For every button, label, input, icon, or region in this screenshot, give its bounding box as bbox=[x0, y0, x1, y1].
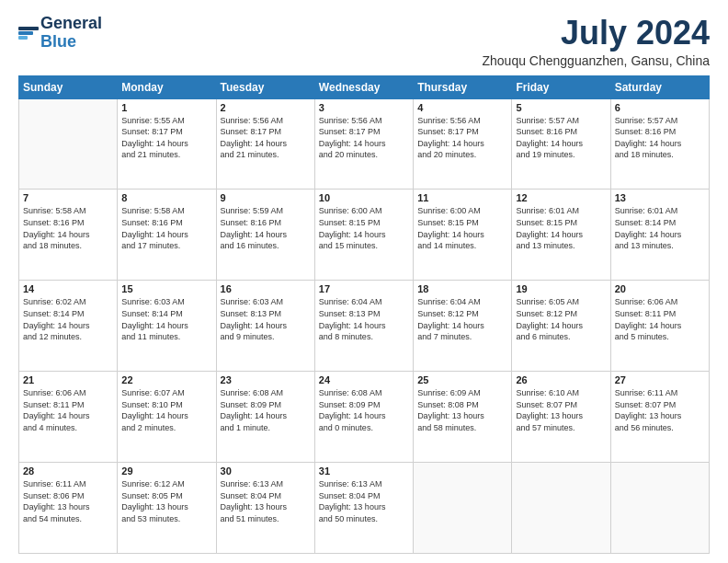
day-info: Sunrise: 6:06 AMSunset: 8:11 PMDaylight:… bbox=[615, 296, 705, 342]
calendar-cell: 2Sunrise: 5:56 AMSunset: 8:17 PMDaylight… bbox=[216, 98, 314, 190]
day-number: 5 bbox=[516, 102, 606, 113]
logo-text-general: General bbox=[40, 15, 102, 33]
day-number: 24 bbox=[319, 374, 409, 385]
day-info: Sunrise: 5:56 AMSunset: 8:17 PMDaylight:… bbox=[221, 115, 311, 161]
page: General Blue July 2024 Zhouqu Chengguanz… bbox=[0, 0, 728, 563]
calendar-cell: 21Sunrise: 6:06 AMSunset: 8:11 PMDayligh… bbox=[19, 372, 118, 463]
calendar-cell: 11Sunrise: 6:00 AMSunset: 8:15 PMDayligh… bbox=[414, 190, 512, 281]
calendar-cell: 29Sunrise: 6:12 AMSunset: 8:05 PMDayligh… bbox=[118, 463, 216, 554]
day-header-thursday: Thursday bbox=[414, 75, 512, 98]
day-number: 8 bbox=[121, 192, 211, 203]
day-number: 12 bbox=[516, 192, 606, 203]
calendar-cell: 3Sunrise: 5:56 AMSunset: 8:17 PMDaylight… bbox=[314, 98, 413, 190]
day-header-friday: Friday bbox=[512, 75, 610, 98]
day-info: Sunrise: 6:11 AMSunset: 8:07 PMDaylight:… bbox=[615, 387, 705, 433]
day-info: Sunrise: 6:07 AMSunset: 8:10 PMDaylight:… bbox=[121, 387, 211, 433]
day-info: Sunrise: 6:13 AMSunset: 8:04 PMDaylight:… bbox=[319, 478, 409, 524]
day-number: 29 bbox=[121, 465, 211, 477]
day-number: 19 bbox=[516, 283, 606, 294]
day-info: Sunrise: 6:03 AMSunset: 8:13 PMDaylight:… bbox=[221, 296, 311, 342]
day-info: Sunrise: 6:10 AMSunset: 8:07 PMDaylight:… bbox=[516, 387, 606, 433]
day-info: Sunrise: 6:03 AMSunset: 8:14 PMDaylight:… bbox=[121, 296, 211, 342]
day-number: 27 bbox=[615, 374, 705, 385]
calendar-cell: 28Sunrise: 6:11 AMSunset: 8:06 PMDayligh… bbox=[19, 463, 118, 554]
day-header-saturday: Saturday bbox=[610, 75, 709, 98]
day-number: 4 bbox=[417, 102, 507, 113]
day-info: Sunrise: 5:57 AMSunset: 8:16 PMDaylight:… bbox=[516, 115, 606, 161]
week-row-4: 21Sunrise: 6:06 AMSunset: 8:11 PMDayligh… bbox=[19, 372, 710, 463]
calendar-header-row: SundayMondayTuesdayWednesdayThursdayFrid… bbox=[19, 75, 710, 98]
calendar-cell: 18Sunrise: 6:04 AMSunset: 8:12 PMDayligh… bbox=[414, 281, 512, 372]
location: Zhouqu Chengguanzhen, Gansu, China bbox=[482, 53, 710, 68]
day-info: Sunrise: 6:08 AMSunset: 8:09 PMDaylight:… bbox=[319, 387, 409, 433]
logo-text-blue: Blue bbox=[40, 33, 102, 52]
calendar-cell: 31Sunrise: 6:13 AMSunset: 8:04 PMDayligh… bbox=[314, 463, 413, 554]
day-number: 3 bbox=[319, 102, 409, 113]
day-info: Sunrise: 5:55 AMSunset: 8:17 PMDaylight:… bbox=[121, 115, 211, 161]
day-number: 26 bbox=[516, 374, 606, 385]
logo: General Blue bbox=[18, 15, 102, 52]
day-info: Sunrise: 5:56 AMSunset: 8:17 PMDaylight:… bbox=[417, 115, 507, 161]
calendar-cell: 10Sunrise: 6:00 AMSunset: 8:15 PMDayligh… bbox=[314, 190, 413, 281]
title-block: July 2024 Zhouqu Chengguanzhen, Gansu, C… bbox=[482, 15, 710, 68]
week-row-3: 14Sunrise: 6:02 AMSunset: 8:14 PMDayligh… bbox=[19, 281, 710, 372]
calendar-cell bbox=[610, 463, 709, 554]
week-row-2: 7Sunrise: 5:58 AMSunset: 8:16 PMDaylight… bbox=[19, 190, 710, 281]
day-info: Sunrise: 6:04 AMSunset: 8:12 PMDaylight:… bbox=[417, 296, 507, 342]
day-info: Sunrise: 5:58 AMSunset: 8:16 PMDaylight:… bbox=[121, 205, 211, 251]
day-number: 9 bbox=[221, 192, 311, 203]
day-number: 2 bbox=[221, 102, 311, 113]
calendar-cell: 27Sunrise: 6:11 AMSunset: 8:07 PMDayligh… bbox=[610, 372, 709, 463]
calendar-cell: 30Sunrise: 6:13 AMSunset: 8:04 PMDayligh… bbox=[216, 463, 314, 554]
day-number: 13 bbox=[615, 192, 705, 203]
day-header-tuesday: Tuesday bbox=[216, 75, 314, 98]
calendar-cell bbox=[19, 98, 118, 190]
day-info: Sunrise: 5:56 AMSunset: 8:17 PMDaylight:… bbox=[319, 115, 409, 161]
day-number: 20 bbox=[615, 283, 705, 294]
day-info: Sunrise: 6:04 AMSunset: 8:13 PMDaylight:… bbox=[319, 296, 409, 342]
calendar-cell: 16Sunrise: 6:03 AMSunset: 8:13 PMDayligh… bbox=[216, 281, 314, 372]
day-number: 28 bbox=[23, 465, 113, 477]
day-number: 22 bbox=[121, 374, 211, 385]
day-number: 10 bbox=[319, 192, 409, 203]
calendar-cell: 23Sunrise: 6:08 AMSunset: 8:09 PMDayligh… bbox=[216, 372, 314, 463]
calendar-cell: 19Sunrise: 6:05 AMSunset: 8:12 PMDayligh… bbox=[512, 281, 610, 372]
calendar-cell: 25Sunrise: 6:09 AMSunset: 8:08 PMDayligh… bbox=[414, 372, 512, 463]
calendar-cell: 9Sunrise: 5:59 AMSunset: 8:16 PMDaylight… bbox=[216, 190, 314, 281]
logo-icon bbox=[18, 27, 39, 40]
day-header-sunday: Sunday bbox=[19, 75, 118, 98]
day-info: Sunrise: 6:13 AMSunset: 8:04 PMDaylight:… bbox=[221, 478, 311, 524]
calendar-cell: 22Sunrise: 6:07 AMSunset: 8:10 PMDayligh… bbox=[118, 372, 216, 463]
calendar-cell: 5Sunrise: 5:57 AMSunset: 8:16 PMDaylight… bbox=[512, 98, 610, 190]
calendar-cell: 20Sunrise: 6:06 AMSunset: 8:11 PMDayligh… bbox=[610, 281, 709, 372]
header: General Blue July 2024 Zhouqu Chengguanz… bbox=[18, 15, 710, 68]
day-info: Sunrise: 6:05 AMSunset: 8:12 PMDaylight:… bbox=[516, 296, 606, 342]
day-header-monday: Monday bbox=[118, 75, 216, 98]
calendar-cell: 1Sunrise: 5:55 AMSunset: 8:17 PMDaylight… bbox=[118, 98, 216, 190]
day-number: 15 bbox=[121, 283, 211, 294]
calendar-cell: 12Sunrise: 6:01 AMSunset: 8:15 PMDayligh… bbox=[512, 190, 610, 281]
calendar-cell: 26Sunrise: 6:10 AMSunset: 8:07 PMDayligh… bbox=[512, 372, 610, 463]
day-info: Sunrise: 6:01 AMSunset: 8:14 PMDaylight:… bbox=[615, 205, 705, 251]
day-info: Sunrise: 6:00 AMSunset: 8:15 PMDaylight:… bbox=[417, 205, 507, 251]
calendar-cell bbox=[414, 463, 512, 554]
calendar-cell: 13Sunrise: 6:01 AMSunset: 8:14 PMDayligh… bbox=[610, 190, 709, 281]
day-header-wednesday: Wednesday bbox=[314, 75, 413, 98]
day-number: 31 bbox=[319, 465, 409, 477]
day-number: 23 bbox=[221, 374, 311, 385]
day-info: Sunrise: 5:57 AMSunset: 8:16 PMDaylight:… bbox=[615, 115, 705, 161]
day-number: 14 bbox=[23, 283, 113, 294]
calendar-cell: 17Sunrise: 6:04 AMSunset: 8:13 PMDayligh… bbox=[314, 281, 413, 372]
day-number: 21 bbox=[23, 374, 113, 385]
day-info: Sunrise: 6:08 AMSunset: 8:09 PMDaylight:… bbox=[221, 387, 311, 433]
calendar-table: SundayMondayTuesdayWednesdayThursdayFrid… bbox=[18, 75, 710, 554]
day-info: Sunrise: 6:09 AMSunset: 8:08 PMDaylight:… bbox=[417, 387, 507, 433]
day-number: 1 bbox=[121, 102, 211, 113]
calendar-cell: 7Sunrise: 5:58 AMSunset: 8:16 PMDaylight… bbox=[19, 190, 118, 281]
week-row-1: 1Sunrise: 5:55 AMSunset: 8:17 PMDaylight… bbox=[19, 98, 710, 190]
day-number: 30 bbox=[221, 465, 311, 477]
calendar-cell: 24Sunrise: 6:08 AMSunset: 8:09 PMDayligh… bbox=[314, 372, 413, 463]
day-info: Sunrise: 6:01 AMSunset: 8:15 PMDaylight:… bbox=[516, 205, 606, 251]
calendar-cell: 8Sunrise: 5:58 AMSunset: 8:16 PMDaylight… bbox=[118, 190, 216, 281]
day-info: Sunrise: 5:58 AMSunset: 8:16 PMDaylight:… bbox=[23, 205, 113, 251]
